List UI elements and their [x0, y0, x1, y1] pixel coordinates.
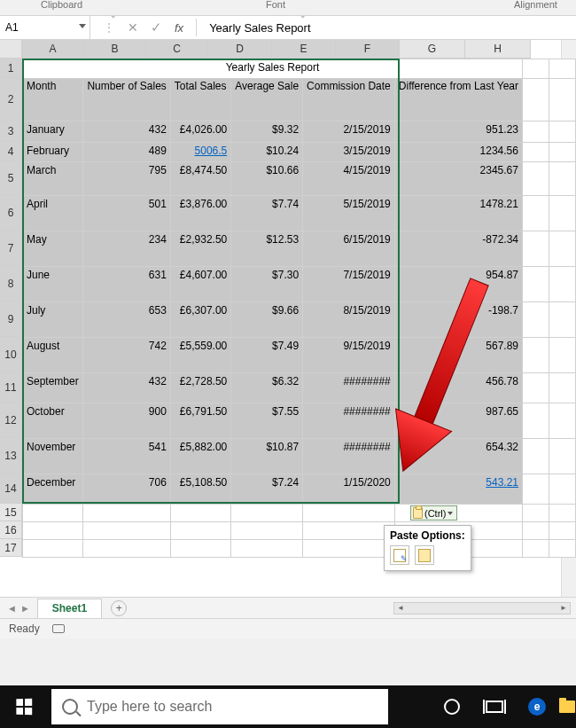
cell[interactable] — [549, 302, 575, 338]
cell[interactable]: ######## — [303, 439, 395, 474]
cell[interactable]: £5,108.50 — [170, 474, 230, 505]
horizontal-scrollbar[interactable] — [393, 602, 571, 614]
cell[interactable]: -872.34 — [394, 231, 522, 267]
cell[interactable]: April — [23, 196, 83, 231]
cell[interactable] — [522, 474, 549, 505]
cell[interactable] — [170, 540, 230, 558]
cell[interactable]: $10.24 — [231, 143, 303, 162]
cell[interactable] — [549, 196, 575, 231]
cell[interactable]: $10.66 — [231, 162, 303, 196]
cell[interactable]: $7.55 — [231, 403, 303, 439]
cell[interactable]: January — [23, 121, 83, 143]
cell[interactable]: 742 — [83, 338, 170, 373]
cell[interactable] — [23, 522, 83, 540]
cell[interactable]: -198.7 — [394, 302, 522, 338]
cell[interactable]: 951.23 — [394, 121, 522, 143]
cell[interactable] — [549, 121, 575, 143]
cell[interactable]: September — [23, 373, 83, 403]
cell[interactable] — [549, 338, 575, 373]
cell[interactable]: £3,876.00 — [170, 196, 230, 231]
cell[interactable]: $9.32 — [231, 121, 303, 143]
cell[interactable]: December — [23, 474, 83, 505]
row-header[interactable]: 15 — [0, 504, 22, 521]
cell[interactable]: Commission Date — [303, 79, 395, 121]
cell[interactable] — [83, 522, 170, 540]
cell[interactable] — [83, 505, 170, 522]
row-header[interactable]: 1 — [0, 59, 22, 78]
cancel-formula-icon[interactable]: ✕ — [128, 20, 138, 35]
cell[interactable]: 6/15/2019 — [303, 231, 395, 267]
column-header[interactable]: C — [146, 40, 208, 59]
cortana-button[interactable] — [431, 685, 473, 728]
cell[interactable] — [170, 505, 230, 522]
row-header[interactable]: 16 — [0, 521, 22, 539]
cell[interactable] — [522, 373, 549, 403]
column-header[interactable]: G — [400, 40, 465, 59]
cell[interactable]: June — [23, 267, 83, 302]
column-header[interactable]: F — [336, 40, 400, 59]
cell[interactable] — [23, 505, 83, 522]
row-header[interactable]: 5 — [0, 161, 22, 195]
cell[interactable]: $7.49 — [231, 338, 303, 373]
cell[interactable]: July — [23, 302, 83, 338]
row-header[interactable]: 9 — [0, 301, 22, 337]
cell[interactable]: October — [23, 403, 83, 439]
cell[interactable]: £5,882.00 — [170, 439, 230, 474]
cell[interactable]: 234 — [83, 231, 170, 267]
cell[interactable]: $7.74 — [231, 196, 303, 231]
sheet-tab-sheet1[interactable]: Sheet1 — [37, 599, 102, 618]
cell[interactable] — [522, 196, 549, 231]
cell[interactable] — [549, 373, 575, 403]
row-header[interactable]: 6 — [0, 195, 22, 231]
cell[interactable]: 5/15/2019 — [303, 196, 395, 231]
cell[interactable]: £4,026.00 — [170, 121, 230, 143]
cell[interactable]: 501 — [83, 196, 170, 231]
cell[interactable] — [522, 267, 549, 302]
cell[interactable]: 653 — [83, 302, 170, 338]
row-header[interactable]: 2 — [0, 78, 22, 121]
row-header[interactable]: 14 — [0, 474, 22, 504]
cell[interactable]: 954.87 — [394, 267, 522, 302]
cell[interactable]: February — [23, 143, 83, 162]
column-header[interactable]: E — [272, 40, 336, 59]
cell[interactable] — [522, 505, 549, 522]
cell[interactable] — [231, 540, 303, 558]
cell[interactable] — [83, 540, 170, 558]
row-header[interactable]: 7 — [0, 231, 22, 266]
cell[interactable]: 987.65 — [394, 403, 522, 439]
cell[interactable]: 1478.21 — [394, 196, 522, 231]
cell[interactable] — [522, 79, 549, 121]
column-header[interactable]: A — [22, 40, 84, 59]
cell[interactable] — [522, 143, 549, 162]
cell[interactable]: 1/15/2020 — [303, 474, 395, 505]
cell[interactable]: ######## — [303, 403, 395, 439]
cell[interactable] — [549, 439, 575, 474]
cell[interactable]: 567.89 — [394, 338, 522, 373]
cell[interactable]: 7/15/2019 — [303, 267, 395, 302]
cell[interactable] — [549, 403, 575, 439]
row-header[interactable]: 17 — [0, 539, 22, 557]
cell[interactable]: 795 — [83, 162, 170, 196]
cell[interactable]: $7.24 — [231, 474, 303, 505]
cell[interactable]: 489 — [83, 143, 170, 162]
cell[interactable] — [549, 522, 575, 540]
row-header[interactable]: 12 — [0, 403, 22, 438]
fx-icon[interactable]: fx — [175, 21, 183, 35]
cell[interactable]: 2345.67 — [394, 162, 522, 196]
cell[interactable] — [522, 439, 549, 474]
cell[interactable] — [549, 505, 575, 522]
cell[interactable]: $10.87 — [231, 439, 303, 474]
cell[interactable]: 8/15/2019 — [303, 302, 395, 338]
cell[interactable]: 456.78 — [394, 373, 522, 403]
cell[interactable]: 543.21 — [394, 474, 522, 505]
cell[interactable]: 3/15/2019 — [303, 143, 395, 162]
formula-input[interactable] — [200, 16, 576, 39]
cell[interactable]: £6,307.00 — [170, 302, 230, 338]
cell[interactable] — [549, 79, 575, 121]
file-explorer-button[interactable] — [558, 685, 576, 728]
name-box[interactable]: A1 — [0, 16, 90, 39]
cell[interactable]: $9.66 — [231, 302, 303, 338]
cell[interactable]: £2,932.50 — [170, 231, 230, 267]
cell[interactable]: £5,559.00 — [170, 338, 230, 373]
cell[interactable]: Yearly Sales Report — [23, 59, 523, 79]
